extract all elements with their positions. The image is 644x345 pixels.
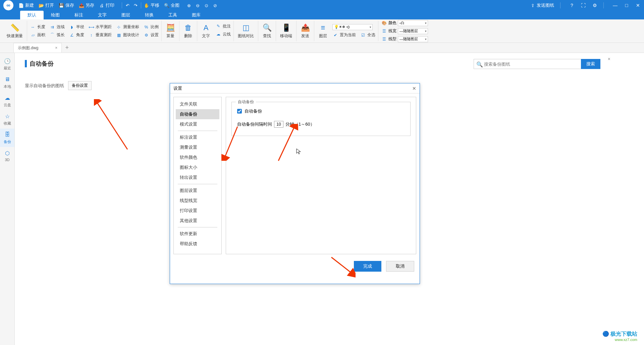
dialog-close-icon[interactable]: ✕ [412, 86, 416, 91]
rb-cloud[interactable]: ☁云线 [215, 31, 231, 37]
interval-suffix: 分钟（1～60） [285, 121, 315, 127]
nav-annotate[interactable]: 标注设置 [176, 132, 219, 142]
side-recent[interactable]: 🕒最近 [0, 55, 14, 73]
menu-layer[interactable]: 图层 [114, 11, 138, 19]
rb-angle[interactable]: ∠角度 [69, 32, 84, 38]
side-3d[interactable]: ⬡3D [0, 147, 14, 164]
rb-compare[interactable]: ◫图纸对比 [236, 23, 255, 39]
tb-new[interactable]: 📄新建 [18, 2, 34, 8]
side-cloud[interactable]: ☁云盘 [0, 92, 14, 110]
menu-tools[interactable]: 工具 [161, 11, 184, 19]
settings-icon[interactable]: ⚙ [592, 3, 597, 8]
cloud-icon: ☁ [215, 31, 221, 37]
tb-fullview[interactable]: 🔍全图 [164, 2, 179, 8]
nav-lineweight[interactable]: 线型线宽 [176, 196, 219, 206]
side-backup[interactable]: 🗄备份 [0, 129, 14, 147]
menu-convert[interactable]: 转换 [138, 11, 161, 19]
rb-scale[interactable]: %比例 [143, 24, 159, 30]
tb-pan[interactable]: ✋平移 [144, 2, 159, 8]
rb-length[interactable]: ↔长度 [30, 24, 45, 30]
cancel-button[interactable]: 取消 [386, 261, 414, 272]
rb-coord[interactable]: ⊹测量坐标 [116, 24, 139, 30]
menu-draw[interactable]: 绘图 [44, 11, 67, 19]
help-icon[interactable]: ? [569, 3, 575, 8]
rb-setcurrent[interactable]: ✔置为当前 [332, 32, 356, 38]
ok-button[interactable]: 完成 [354, 261, 381, 272]
nav-measure[interactable]: 测量设置 [176, 142, 219, 152]
undo-icon[interactable]: ↶ [125, 3, 130, 8]
rb-layer-select[interactable]: 💡☀❄ ▫ 0 [332, 24, 375, 30]
file-tab[interactable]: 示例图.dwg × [13, 43, 62, 53]
file-tab-close-icon[interactable]: × [55, 46, 57, 50]
nav-update[interactable]: 软件更新 [176, 229, 219, 239]
tb-print[interactable]: 🖨打印 [99, 2, 114, 8]
zoom-reset-icon[interactable]: ⊙ [204, 3, 209, 8]
nav-iconsize[interactable]: 图标大小 [176, 162, 219, 172]
rb-send[interactable]: 📤发送 [299, 23, 311, 39]
nav-mode[interactable]: 模式设置 [176, 119, 219, 129]
rb-color[interactable]: 🎨颜色▫ 白 [381, 20, 428, 26]
rb-quick-measure[interactable]: 📏 快速测量 [5, 23, 24, 39]
menu-library[interactable]: 图库 [184, 11, 208, 19]
rb-mobile[interactable]: 📱移动端 [279, 23, 293, 39]
nav-other[interactable]: 其他设置 [176, 216, 219, 226]
menu-default[interactable]: 默认 [20, 11, 44, 19]
nav-export[interactable]: 转出设置 [176, 172, 219, 183]
zoom-in-icon[interactable]: ⊕ [186, 3, 192, 8]
nav-auto-backup[interactable]: 自动备份 [176, 109, 219, 119]
zoom-window-icon[interactable]: ⊘ [212, 3, 218, 8]
rb-linetype[interactable]: ☰线型— 随随图层 [381, 36, 428, 42]
fullscreen-icon[interactable]: ⛶ [581, 3, 586, 8]
nav-print[interactable]: 打印设置 [176, 206, 219, 216]
nav-color[interactable]: 软件颜色 [176, 152, 219, 162]
panel-close-icon[interactable]: × [608, 56, 610, 62]
layers-icon: ≡ [318, 23, 328, 32]
menubar: 默认 绘图 标注 文字 图层 转换 工具 图库 [0, 11, 644, 19]
rb-find[interactable]: 🔍查找 [261, 23, 273, 39]
nav-layer[interactable]: 图层设置 [176, 186, 219, 196]
tb-send-drawing[interactable]: ⇪发送图纸 [530, 2, 554, 8]
rb-vdist[interactable]: ↕垂直测距 [88, 32, 112, 38]
continuous-icon: ⇉ [49, 24, 55, 30]
search-button[interactable]: 搜索 [581, 59, 600, 69]
nav-file-assoc[interactable]: 文件关联 [176, 99, 219, 109]
auto-backup-checkbox[interactable] [237, 109, 242, 114]
rb-radius[interactable]: ◗半径 [69, 24, 84, 30]
rb-linewidth[interactable]: ☰线宽— 随随图层 [381, 28, 428, 34]
side-local[interactable]: 🖥本地 [0, 73, 14, 92]
rb-selectall[interactable]: ☑全选 [360, 32, 375, 38]
menu-annotate[interactable]: 标注 [67, 11, 91, 19]
clock-icon: 🕒 [4, 58, 11, 64]
close-icon[interactable]: ✕ [635, 3, 641, 8]
titlebar: ∞ 📄新建 📂打开 💾保存 📤另存 🖨打印 ↶ ↷ ✋平移 🔍全图 ⊕ ⊖ ⊙ … [0, 0, 644, 11]
zoom-out-icon[interactable]: ⊖ [195, 3, 200, 8]
hdist-icon: ⟷ [88, 24, 94, 30]
rb-hdist[interactable]: ⟷水平测距 [88, 24, 112, 30]
tb-saveas[interactable]: 📤另存 [79, 2, 94, 8]
saveas-icon: 📤 [79, 3, 84, 8]
mobile-icon: 📱 [281, 23, 291, 32]
rb-text[interactable]: A文字 [200, 23, 212, 39]
minimize-icon[interactable]: ― [612, 3, 618, 8]
redo-icon[interactable]: ↷ [133, 3, 138, 8]
search-input[interactable] [474, 59, 581, 69]
linet-icon: ☰ [381, 36, 387, 42]
add-tab-icon[interactable]: + [65, 44, 69, 51]
rb-settings[interactable]: ⚙设置 [143, 32, 159, 38]
rb-layer[interactable]: ≡图层 [317, 23, 329, 39]
rb-delete[interactable]: 🗑删除 [182, 23, 194, 39]
interval-input[interactable] [274, 121, 283, 128]
tb-open[interactable]: 📂打开 [39, 2, 54, 8]
rb-area[interactable]: ▱面积 [30, 32, 45, 38]
rb-continuous[interactable]: ⇉连续 [49, 24, 65, 30]
rb-comment[interactable]: ✎批注 [215, 23, 231, 29]
nav-feedback[interactable]: 帮助反馈 [176, 239, 219, 249]
rb-blockstat[interactable]: ▦图块统计 [116, 32, 139, 38]
backup-settings-button[interactable]: 备份设置 [68, 81, 92, 90]
tb-save[interactable]: 💾保存 [59, 2, 74, 8]
rb-arc[interactable]: ⌒弧长 [49, 32, 65, 38]
rb-calc[interactable]: 🧮算量 [164, 23, 176, 39]
menu-text[interactable]: 文字 [91, 11, 114, 19]
maximize-icon[interactable]: □ [624, 3, 629, 8]
side-fav[interactable]: ☆收藏 [0, 110, 14, 129]
